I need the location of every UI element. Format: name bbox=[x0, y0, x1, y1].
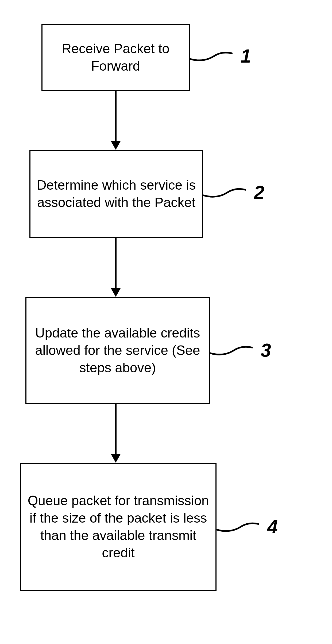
connector-3 bbox=[210, 342, 253, 358]
arrow-3-line bbox=[115, 404, 117, 455]
arrow-2-head bbox=[111, 288, 121, 297]
label-4: 4 bbox=[267, 516, 278, 538]
label-1: 1 bbox=[241, 45, 251, 67]
flow-box-3: Update the available credits allowed for… bbox=[25, 297, 210, 404]
label-3: 3 bbox=[261, 340, 271, 361]
flow-box-1: Receive Packet to Forward bbox=[41, 24, 190, 91]
connector-4 bbox=[217, 519, 259, 535]
arrow-1-line bbox=[115, 91, 117, 142]
arrow-3-head bbox=[111, 454, 121, 463]
flow-box-4: Queue packet for transmission if the siz… bbox=[20, 463, 217, 591]
label-2: 2 bbox=[254, 182, 264, 203]
flow-box-3-text: Update the available credits allowed for… bbox=[32, 324, 203, 377]
flow-box-4-text: Queue packet for transmission if the siz… bbox=[26, 492, 210, 562]
arrow-1-head bbox=[111, 141, 121, 150]
connector-2 bbox=[203, 185, 246, 201]
flow-box-1-text: Receive Packet to Forward bbox=[48, 40, 183, 75]
arrow-2-line bbox=[115, 238, 117, 289]
connector-1 bbox=[190, 48, 233, 64]
flow-box-2: Determine which service is associated wi… bbox=[29, 150, 203, 238]
flow-box-2-text: Determine which service is associated wi… bbox=[36, 177, 197, 211]
